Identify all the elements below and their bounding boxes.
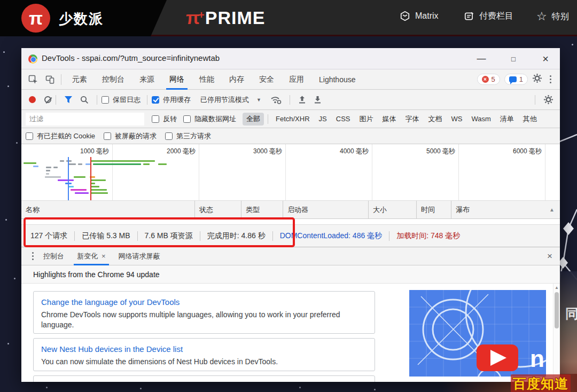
nav-item-label: Matrix <box>415 11 439 21</box>
filter-pill-font[interactable]: 字体 <box>401 113 423 126</box>
tab-elements[interactable]: 元素 <box>65 69 95 90</box>
column-status[interactable]: 状态 <box>195 201 241 219</box>
close-window-button[interactable]: × <box>533 48 558 69</box>
filter-pill-manifest[interactable]: 清单 <box>496 113 518 126</box>
drawer-tab-console[interactable]: 控制台 <box>37 247 71 265</box>
nav-item-paid-column[interactable]: 付费栏目 <box>464 11 513 22</box>
close-drawer-icon[interactable]: × <box>547 251 552 262</box>
divider <box>268 114 268 124</box>
prime-logo[interactable]: π+PRIME <box>186 7 265 28</box>
column-initiator[interactable]: 启动器 <box>283 201 369 219</box>
chevron-down-icon[interactable]: ▼ <box>256 97 261 103</box>
tab-console[interactable]: 控制台 <box>95 69 132 90</box>
filter-pill-fetch-xhr[interactable]: Fetch/XHR <box>272 113 314 124</box>
star-icon: ☆ <box>536 11 547 22</box>
waterfall-bar <box>91 192 108 194</box>
error-badge[interactable]: × 5 <box>477 74 500 85</box>
drawer-more-options-icon[interactable] <box>29 252 37 260</box>
waterfall-bar <box>158 163 167 165</box>
waterfall-bar <box>33 166 38 167</box>
maximize-button[interactable]: □ <box>501 48 526 69</box>
window-titlebar[interactable]: DevTools - sspai.com/?utm_source=infinit… <box>21 48 560 69</box>
minimize-button[interactable]: — <box>469 48 494 69</box>
tab-network[interactable]: 网络 <box>162 69 192 90</box>
close-tab-icon[interactable]: × <box>102 252 106 260</box>
filter-input[interactable] <box>26 113 144 126</box>
filter-pill-all[interactable]: 全部 <box>243 113 264 126</box>
tab-lighthouse[interactable]: Lighthouse <box>311 69 363 90</box>
column-size[interactable]: 大小 <box>369 201 417 219</box>
filter-pill-other[interactable]: 其他 <box>519 113 541 126</box>
filter-pill-media[interactable]: 媒体 <box>378 113 400 126</box>
filter-pill-js[interactable]: JS <box>315 113 331 124</box>
divider <box>97 95 97 105</box>
whats-new-heading: Highlights from the Chrome 94 update <box>21 265 560 284</box>
third-party-checkbox[interactable] <box>165 132 173 140</box>
sspai-logo[interactable]: π <box>21 4 50 33</box>
drawer-tab-label: 新变化 <box>77 252 98 261</box>
blocked-cookies-checkbox[interactable] <box>26 132 33 140</box>
network-toolbar: 保留日志 停用缓存 已停用节流模式 ▼ <box>21 90 560 110</box>
request-filter-row: 有已拦截的 Cookie 被屏蔽的请求 第三方请求 <box>21 128 560 144</box>
tab-performance[interactable]: 性能 <box>192 69 222 90</box>
network-settings-gear-icon[interactable] <box>543 95 553 105</box>
drawer-tab-network-blocking[interactable]: 网络请求屏蔽 <box>112 247 167 265</box>
sspai-logo-glyph: π <box>29 8 43 29</box>
settings-gear-icon[interactable] <box>532 73 542 85</box>
column-type[interactable]: 类型 <box>241 201 283 219</box>
network-overview-timeline[interactable]: 1000 毫秒 2000 毫秒 3000 毫秒 4000 毫秒 5000 毫秒 … <box>21 144 560 201</box>
video-thumbnail[interactable]: n <box>409 290 546 377</box>
device-toolbar-icon[interactable] <box>45 74 56 85</box>
video-thumbnail-letter: n <box>530 346 544 372</box>
waterfall-bar <box>46 173 49 175</box>
hide-data-urls-checkbox[interactable] <box>183 115 191 123</box>
export-har-icon[interactable] <box>314 96 322 104</box>
waterfall-bar <box>68 186 74 187</box>
waterfall-bar <box>53 167 58 168</box>
waterfall-bar <box>93 163 141 165</box>
preserve-log-checkbox[interactable] <box>102 96 109 104</box>
filter-pill-doc[interactable]: 文档 <box>424 113 446 126</box>
import-har-icon[interactable] <box>298 96 306 104</box>
network-conditions-icon[interactable] <box>270 95 282 104</box>
nav-item-special[interactable]: ☆ 特别 <box>536 11 569 22</box>
prime-plus: + <box>198 9 205 21</box>
divider <box>61 74 61 85</box>
screen: 同 π 少数派 π+PRIME Matrix 付费栏目 ☆ 特别 DevTool… <box>0 0 577 392</box>
filter-pill-ws[interactable]: WS <box>447 113 466 124</box>
filter-pill-wasm[interactable]: Wasm <box>467 113 494 124</box>
tab-security[interactable]: 安全 <box>252 69 282 90</box>
column-time[interactable]: 时间 <box>417 201 451 219</box>
message-badge[interactable]: 1 <box>504 74 528 85</box>
nav-item-matrix[interactable]: Matrix <box>400 11 439 21</box>
search-icon[interactable] <box>80 96 89 104</box>
scrollbar-thumb[interactable] <box>555 292 559 328</box>
drawer-tab-whats-new[interactable]: 新变化 × <box>71 247 112 265</box>
tab-memory[interactable]: 内存 <box>222 69 252 90</box>
throttling-select[interactable]: 已停用节流模式 <box>200 95 249 105</box>
record-button[interactable] <box>29 96 36 103</box>
divider <box>290 95 290 105</box>
brand-name[interactable]: 少数派 <box>59 10 104 28</box>
card-title-link[interactable]: Change the language of your DevTools <box>41 297 367 307</box>
blocked-requests-checkbox[interactable] <box>104 132 111 140</box>
waterfall-bar <box>24 162 36 164</box>
filter-pill-img[interactable]: 图片 <box>355 113 377 126</box>
invert-checkbox[interactable] <box>152 115 159 123</box>
tab-sources[interactable]: 来源 <box>132 69 162 90</box>
disable-cache-checkbox[interactable] <box>152 96 159 104</box>
more-options-icon[interactable] <box>547 75 555 83</box>
tab-application[interactable]: 应用 <box>282 69 311 90</box>
sort-arrow-icon[interactable]: ▲ <box>549 207 555 213</box>
column-waterfall[interactable]: 瀑布 ▲ <box>451 201 560 219</box>
background-glyph: 同 <box>565 307 577 321</box>
clear-button[interactable] <box>44 96 51 103</box>
inspect-element-icon[interactable] <box>28 74 38 85</box>
column-name[interactable]: 名称 <box>21 201 195 219</box>
scroll-up-icon[interactable]: ▲ <box>555 285 559 290</box>
column-waterfall-label: 瀑布 <box>456 205 470 215</box>
filter-pill-css[interactable]: CSS <box>332 113 354 124</box>
filter-funnel-icon[interactable] <box>64 96 73 104</box>
scrollbar[interactable]: ▲ <box>553 284 560 382</box>
card-title-link[interactable]: New Nest Hub devices in the Device list <box>41 344 367 354</box>
